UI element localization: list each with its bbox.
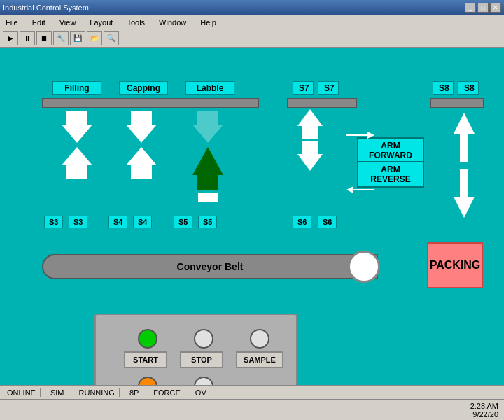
- conveyor-belt-label: Conveyor Belt: [177, 261, 244, 272]
- filling-label: Filling: [52, 81, 102, 95]
- svg-marker-0: [454, 113, 475, 162]
- toolbar-btn-4[interactable]: 🔧: [53, 31, 69, 46]
- s4-1: S4: [108, 216, 127, 228]
- menu-tools[interactable]: Tools: [124, 18, 148, 27]
- menu-bar: File Edit View Layout Tools Window Help: [0, 15, 504, 29]
- status-online: ONLINE: [3, 388, 41, 397]
- status-running: RUNNING: [75, 388, 120, 397]
- toolbar-btn-2[interactable]: ⏸: [20, 31, 35, 46]
- capping-label: Capping: [119, 81, 168, 95]
- conveyor-track-top-right1: [287, 98, 357, 108]
- s3-1: S3: [44, 216, 63, 228]
- conveyor-track-top-left: [42, 98, 259, 108]
- filling-station-arrows: [62, 111, 92, 179]
- conveyor-track-top-right2: [430, 98, 484, 108]
- stop-indicator: [194, 329, 214, 349]
- menu-file[interactable]: File: [3, 18, 21, 27]
- s7-1-label: S7: [293, 81, 314, 95]
- status-force: FORCE: [149, 388, 186, 397]
- toolbar: ▶ ⏸ ⏹ 🔧 💾 📂 🔍: [0, 29, 504, 48]
- clock-time: 2:28 AM: [470, 402, 498, 410]
- arm-arrow-left: [346, 186, 374, 193]
- title-bar: Industrial Control System _ □ ✕: [0, 0, 504, 15]
- window-controls[interactable]: _ □ ✕: [465, 3, 501, 13]
- labble-station-arrows: [192, 111, 223, 202]
- minimize-button[interactable]: _: [465, 3, 476, 13]
- menu-help[interactable]: Help: [197, 18, 219, 27]
- right-station-left-arrows: [298, 109, 323, 171]
- menu-edit[interactable]: Edit: [29, 18, 48, 27]
- start-button[interactable]: START: [124, 351, 167, 368]
- s4-2: S4: [133, 216, 152, 228]
- menu-layout[interactable]: Layout: [87, 18, 115, 27]
- labble-label: Labble: [186, 81, 234, 95]
- toolbar-btn-6[interactable]: 📂: [87, 31, 102, 46]
- status-bar: ONLINE SIM RUNNING 8P FORCE OV: [0, 385, 504, 399]
- packing-label: PACKING: [430, 259, 481, 272]
- control-panel: START STOP SAMPLE AUTO MANUAL: [94, 314, 298, 389]
- taskbar-clock: 2:28 AM 9/22/20: [470, 402, 498, 419]
- toolbar-btn-7[interactable]: 🔍: [104, 31, 119, 46]
- start-indicator: [138, 329, 158, 349]
- s8-2-label: S8: [458, 81, 479, 95]
- right-station-cross-arrows: [440, 109, 489, 224]
- arm-reverse-button[interactable]: ARM REVERSE: [357, 161, 424, 188]
- sample-indicator: [250, 329, 270, 349]
- packing-box: PACKING: [427, 242, 483, 288]
- maximize-button[interactable]: □: [477, 3, 489, 13]
- s6-2: S6: [318, 216, 337, 228]
- menu-view[interactable]: View: [57, 18, 79, 27]
- s6-1: S6: [293, 216, 312, 228]
- toolbar-btn-1[interactable]: ▶: [3, 31, 18, 46]
- s5-2: S5: [198, 216, 217, 228]
- capping-station-arrows: [126, 111, 157, 179]
- stop-button[interactable]: STOP: [180, 351, 223, 368]
- main-area: Filling Capping Labble S7 S7 S8 S8: [0, 48, 504, 389]
- close-button[interactable]: ✕: [490, 3, 501, 13]
- status-ov: OV: [191, 388, 211, 397]
- clock-date: 9/22/20: [470, 410, 498, 419]
- menu-window[interactable]: Window: [156, 18, 189, 27]
- s3-2: S3: [69, 216, 88, 228]
- conveyor-belt-bar: Conveyor Belt: [42, 254, 378, 279]
- s7-2-label: S7: [318, 81, 339, 95]
- taskbar: 2:28 AM 9/22/20: [0, 399, 504, 420]
- sample-button[interactable]: SAMPLE: [236, 351, 284, 368]
- status-sim: SIM: [46, 388, 69, 397]
- status-8p: 8P: [125, 388, 144, 397]
- arm-forward-button[interactable]: ARM FORWARD: [357, 137, 424, 164]
- svg-marker-1: [454, 169, 475, 218]
- toolbar-btn-3[interactable]: ⏹: [36, 31, 52, 46]
- title-text: Industrial Control System: [3, 4, 89, 12]
- conveyor-wheel: [348, 251, 380, 283]
- s8-1-label: S8: [433, 81, 454, 95]
- arm-arrow-right: [346, 132, 374, 139]
- s5-1: S5: [174, 216, 192, 228]
- toolbar-btn-5[interactable]: 💾: [70, 31, 85, 46]
